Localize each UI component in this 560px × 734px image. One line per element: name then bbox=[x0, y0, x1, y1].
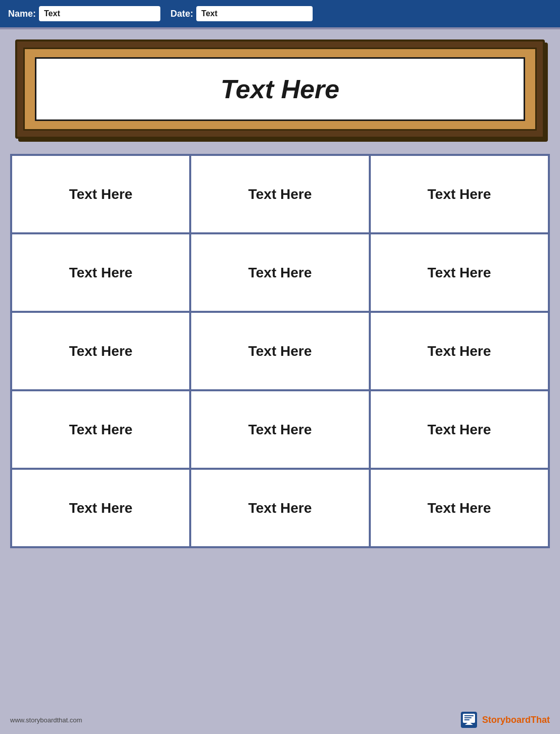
grid-cell-text-5: Text Here bbox=[248, 265, 312, 281]
grid-cell: Text Here bbox=[11, 312, 190, 390]
grid-cell: Text Here bbox=[370, 155, 549, 233]
grid-cell-text-10: Text Here bbox=[69, 422, 133, 438]
svg-rect-4 bbox=[464, 717, 471, 718]
name-input[interactable] bbox=[39, 6, 160, 21]
grid-cell: Text Here bbox=[190, 233, 369, 312]
grid-cell-text-4: Text Here bbox=[69, 265, 133, 281]
svg-rect-5 bbox=[464, 719, 469, 720]
brand-name-part1: Storyboard bbox=[482, 715, 531, 725]
grid-cell: Text Here bbox=[190, 469, 369, 547]
footer-brand: StoryboardThat bbox=[460, 711, 550, 729]
svg-rect-3 bbox=[464, 715, 473, 716]
grid-cell-text-13: Text Here bbox=[69, 500, 133, 516]
date-label: Date: bbox=[170, 9, 193, 19]
brand-name-part2: That bbox=[531, 715, 550, 725]
grid-cell-text-6: Text Here bbox=[427, 265, 491, 281]
grid-cell: Text Here bbox=[11, 233, 190, 312]
brand-name: StoryboardThat bbox=[482, 715, 550, 725]
date-field: Date: bbox=[170, 6, 313, 21]
name-label: Name: bbox=[8, 9, 36, 19]
title-section: Text Here bbox=[0, 29, 560, 149]
grid-cell-text-8: Text Here bbox=[248, 343, 312, 359]
grid-cell-text-1: Text Here bbox=[69, 186, 133, 202]
footer-url: www.storyboardthat.com bbox=[10, 716, 82, 724]
grid-cell: Text Here bbox=[11, 390, 190, 469]
grid-cell: Text Here bbox=[190, 390, 369, 469]
title-outer-frame: Text Here bbox=[15, 39, 545, 139]
grid-cell-text-2: Text Here bbox=[248, 186, 312, 202]
grid-cell: Text Here bbox=[11, 469, 190, 547]
grid-cell: Text Here bbox=[370, 469, 549, 547]
grid-cell-text-12: Text Here bbox=[427, 422, 491, 438]
date-input[interactable] bbox=[196, 6, 313, 21]
name-field: Name: bbox=[8, 6, 160, 21]
grid-cell-text-9: Text Here bbox=[427, 343, 491, 359]
grid-cell: Text Here bbox=[190, 312, 369, 390]
grid-cell: Text Here bbox=[370, 312, 549, 390]
grid-cell-text-14: Text Here bbox=[248, 500, 312, 516]
title-text: Text Here bbox=[221, 74, 339, 104]
page: Name: Date: Text Here Text HereText Here… bbox=[0, 0, 560, 734]
grid: Text HereText HereText HereText HereText… bbox=[10, 154, 550, 548]
title-inner-frame: Text Here bbox=[23, 48, 537, 131]
storyboardthat-icon bbox=[460, 711, 478, 729]
grid-cell: Text Here bbox=[370, 233, 549, 312]
grid-cell-text-11: Text Here bbox=[248, 422, 312, 438]
grid-cell-text-7: Text Here bbox=[69, 343, 133, 359]
grid-cell: Text Here bbox=[11, 155, 190, 233]
footer: www.storyboardthat.com StoryboardThat bbox=[0, 706, 560, 734]
grid-section: Text HereText HereText HereText HereText… bbox=[0, 149, 560, 706]
title-text-box: Text Here bbox=[35, 57, 525, 121]
grid-cell-text-15: Text Here bbox=[427, 500, 491, 516]
grid-cell: Text Here bbox=[370, 390, 549, 469]
grid-cell-text-3: Text Here bbox=[427, 186, 491, 202]
header: Name: Date: bbox=[0, 0, 560, 27]
grid-cell: Text Here bbox=[190, 155, 369, 233]
